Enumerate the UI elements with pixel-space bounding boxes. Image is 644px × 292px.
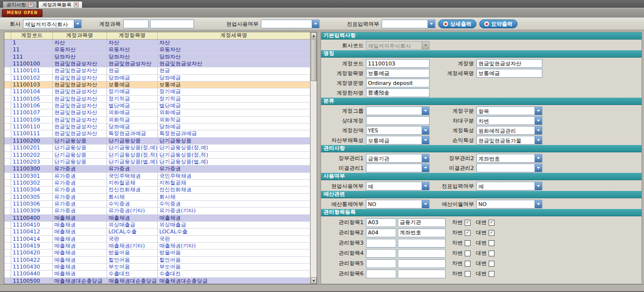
slip-entry-select[interactable]: [382, 20, 435, 28]
grid-row[interactable]: 11100410매출채권외상매출금외상매출금: [4, 222, 310, 229]
account-group-select[interactable]: [366, 106, 429, 115]
grid-row[interactable]: 11100420매출채권받을어음받을어음: [4, 250, 310, 256]
mgmt-item-code-input[interactable]: [366, 229, 396, 237]
debit-checkbox[interactable]: ✓: [465, 230, 471, 236]
debit-checkbox[interactable]: [465, 271, 471, 277]
grid-row[interactable]: 11100110현금및현금성자산당좌예금당좌예금: [4, 124, 310, 130]
grid-row[interactable]: 11100304유가증권전신전화채권전신전화채권: [4, 187, 310, 193]
grid-row[interactable]: 11100422매출채권할인어음할인어음: [4, 257, 310, 264]
credit-checkbox[interactable]: [489, 240, 494, 246]
grid-row[interactable]: 11100309유가증권유가증권(기타)유가증권(기타): [4, 208, 310, 214]
field-use-detail-select[interactable]: 예: [366, 182, 429, 190]
grid-row[interactable]: 11100430매출채권부도어음부도어음: [4, 264, 310, 271]
tab-notice[interactable]: 공지사항 ×: [2, 1, 37, 8]
grid-row[interactable]: 11100301유가증권국민주택채권국민주택채권: [4, 173, 310, 180]
grid-row[interactable]: 11100414매출채권국판국판: [4, 236, 310, 243]
open-mgmt1-select[interactable]: [366, 164, 429, 172]
grid-row[interactable]: 11100101현금및현금성자산현금현금: [4, 67, 310, 74]
grid-row[interactable]: 11100300유가증권유가증권유가증권: [4, 166, 310, 172]
grid-row[interactable]: 11100500매출채권대손충당금매출채권대손충당금매출채권대손충당금: [4, 278, 310, 284]
credit-checkbox[interactable]: ✓: [489, 220, 494, 226]
grid-row[interactable]: 11100201단기금융상품단기금융상품(정,예)단기금융상품(정,예): [4, 145, 310, 151]
grid-row[interactable]: 11100100현금및현금성자산현금및현금성자산현금및현금성자산: [4, 61, 310, 67]
scroll-down-icon[interactable]: ▼: [311, 277, 317, 284]
mgmt-item-name-input[interactable]: [398, 270, 446, 278]
profit-loss-select[interactable]: 현금및현금등가물: [476, 136, 542, 145]
cell-account-code: 11100440: [11, 271, 53, 277]
account-name-field[interactable]: [476, 59, 542, 68]
account-division-select[interactable]: 항목: [476, 106, 542, 115]
mgmt-item-code-input[interactable]: [366, 218, 396, 227]
debit-checkbox[interactable]: ✓: [465, 220, 471, 226]
mgmt-item-name-input[interactable]: [398, 218, 446, 227]
mgmt-item-name-input[interactable]: [398, 259, 446, 268]
grid-row[interactable]: 11100109현금및현금성자산외화적금외화적금: [4, 117, 310, 124]
debit-checkbox[interactable]: [465, 240, 471, 246]
mgmt-item-code-input[interactable]: [366, 249, 396, 258]
grid-row[interactable]: 11100102현금및현금성자산당좌예금당좌예금: [4, 75, 310, 82]
row-gutter: [4, 103, 11, 109]
grid-row[interactable]: 11100440매출채권수출대전수출대전: [4, 271, 310, 277]
mgmt-item-code-input[interactable]: [366, 270, 396, 278]
budget-control-select[interactable]: NO: [366, 200, 429, 209]
account-code-input[interactable]: [123, 20, 149, 28]
credit-checkbox[interactable]: [489, 261, 494, 267]
debit-checkbox[interactable]: [465, 261, 471, 267]
credit-checkbox[interactable]: [489, 250, 494, 256]
counter-account-field[interactable]: [366, 116, 429, 125]
debit-credit-select[interactable]: 차변: [476, 116, 542, 125]
summary-print-button[interactable]: ● 요약출력: [479, 20, 517, 28]
hanja-name-field[interactable]: [366, 88, 429, 97]
grid-row[interactable]: 11100412매출채권LOCAL수출LOCAL수출: [4, 229, 310, 235]
mgmt-item-code-input[interactable]: [366, 259, 396, 268]
book-mgmt2-select[interactable]: 계좌번호: [476, 154, 542, 163]
grid-row[interactable]: 11100306유가증권수익증권수익증권: [4, 201, 310, 208]
grid-row[interactable]: 11100103현금및현금성자산보통예금보통예금: [4, 82, 310, 88]
slip-entry-detail-select[interactable]: 예: [476, 182, 542, 190]
menu-open-button[interactable]: MENU OPEN: [2, 9, 43, 17]
mgmt-item-name-input[interactable]: [398, 249, 446, 258]
account-code-field[interactable]: [366, 59, 429, 68]
item-name-field[interactable]: [366, 69, 429, 78]
open-mgmt2-select[interactable]: [476, 164, 542, 172]
credit-checkbox[interactable]: ✓: [489, 230, 494, 236]
english-name-field[interactable]: [366, 79, 429, 87]
scroll-up-icon[interactable]: ▲: [311, 32, 317, 39]
grid-scrollbar[interactable]: ▲ ▼: [310, 32, 317, 284]
account-trait-select[interactable]: 원화예적금관리: [476, 126, 542, 135]
mgmt-item-name-input[interactable]: [398, 239, 446, 248]
grid-row[interactable]: 11100105현금및현금성자산정기적금정기적금: [4, 96, 310, 103]
grid-row[interactable]: 11100305유가증권회사채회사채: [4, 194, 310, 201]
budget-carryover-select[interactable]: NO: [476, 200, 542, 209]
grid-row[interactable]: 11100107현금및현금성자산외화예금외화예금: [4, 109, 310, 116]
debit-checkbox[interactable]: [465, 250, 471, 256]
detail-name-field[interactable]: [476, 69, 542, 78]
account-name-input[interactable]: [150, 20, 194, 28]
tab-account-registration[interactable]: 계정과목등록 ×: [38, 1, 83, 8]
grid-row[interactable]: 11100302유가증권지하철공채지하철공채: [4, 180, 310, 187]
close-icon[interactable]: ×: [28, 2, 33, 7]
grid-row[interactable]: 11100419매출채권매출채권(기타)매출채권(기타): [4, 243, 310, 250]
close-icon[interactable]: ×: [74, 2, 79, 7]
grid-row[interactable]: 11100106현금및현금성자산별단예금별단예금: [4, 103, 310, 109]
cell-detail-name: 전신전화채권: [158, 187, 310, 193]
grid-row[interactable]: 11100400매출채권매출채권매출채권: [4, 215, 310, 222]
field-use-select[interactable]: [261, 20, 320, 28]
detail-print-button[interactable]: ● 상세출력: [438, 20, 476, 28]
grid-row[interactable]: 11100104현금및현금성자산정기예금정기예금: [4, 88, 310, 95]
grid-row[interactable]: 11100202단기금융상품단기금융상품(정,적)단기금융상품(정,적): [4, 152, 310, 159]
asset-liability-select[interactable]: 보통예금: [366, 136, 429, 145]
company-select[interactable]: 제일저지주식회사: [23, 20, 82, 28]
scrollbar-thumb[interactable]: [311, 39, 317, 81]
book-mgmt1-select[interactable]: 금융기관: [366, 154, 429, 163]
mgmt-item-name-input[interactable]: [398, 229, 446, 237]
grid-row[interactable]: 1자산자산자산: [4, 40, 310, 46]
grid-row[interactable]: 11유동자산유동자산유동자산: [4, 46, 310, 53]
mgmt-item-code-input[interactable]: [366, 239, 396, 248]
grid-row[interactable]: 11100200단기금융상품단기금융상품단기금융상품: [4, 138, 310, 145]
account-balance-select[interactable]: YES: [366, 126, 429, 135]
grid-row[interactable]: 11100111현금및현금성자산특정현금과예금특정현금과예금: [4, 130, 310, 137]
grid-row[interactable]: 111당좌자산당좌자산당좌자산: [4, 54, 310, 61]
credit-checkbox[interactable]: [489, 271, 494, 277]
grid-row[interactable]: 11100203단기금융상품단기금융상품(별,예)단기금융상품(별,예): [4, 159, 310, 166]
